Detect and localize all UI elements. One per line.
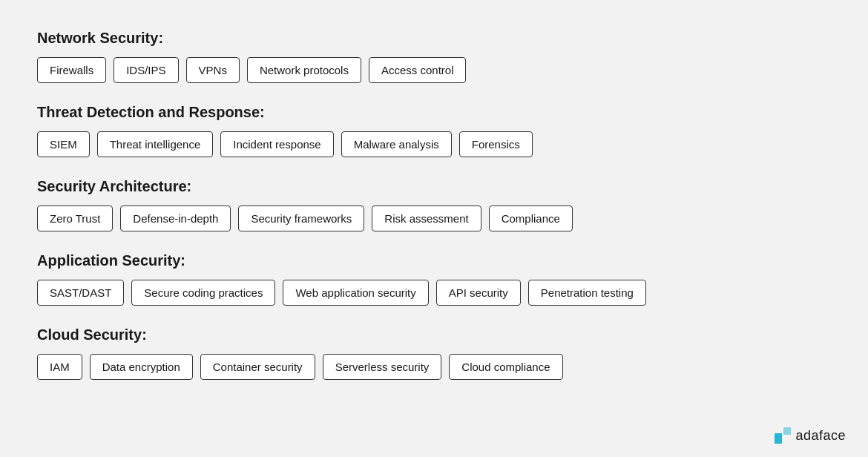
adaface-logo: adaface — [775, 427, 846, 444]
section-application-security: Application Security:SAST/DASTSecure cod… — [37, 252, 831, 306]
tag[interactable]: Web application security — [283, 280, 428, 306]
section-threat-detection: Threat Detection and Response:SIEMThreat… — [37, 104, 831, 157]
tag[interactable]: Serverless security — [323, 354, 442, 380]
tag[interactable]: Zero Trust — [37, 206, 113, 231]
tags-row-cloud-security: IAMData encryptionContainer securityServ… — [37, 354, 831, 380]
section-network-security: Network Security:FirewallsIDS/IPSVPNsNet… — [37, 30, 831, 83]
tags-row-application-security: SAST/DASTSecure coding practicesWeb appl… — [37, 280, 831, 306]
tag[interactable]: Cloud compliance — [449, 354, 562, 380]
tag[interactable]: Network protocols — [247, 57, 361, 83]
adaface-icon — [775, 427, 791, 444]
tag[interactable]: Threat intelligence — [97, 131, 214, 157]
tag[interactable]: Access control — [369, 57, 467, 83]
section-cloud-security: Cloud Security:IAMData encryptionContain… — [37, 326, 831, 380]
tag[interactable]: Penetration testing — [528, 280, 646, 306]
svg-rect-0 — [775, 433, 782, 444]
tag[interactable]: Malware analysis — [341, 131, 452, 157]
tags-row-network-security: FirewallsIDS/IPSVPNsNetwork protocolsAcc… — [37, 57, 831, 83]
tag[interactable]: Firewalls — [37, 57, 106, 83]
section-title-security-architecture: Security Architecture: — [37, 178, 831, 195]
tag[interactable]: IAM — [37, 354, 82, 380]
section-title-network-security: Network Security: — [37, 30, 831, 47]
adaface-text: adaface — [795, 428, 846, 444]
tag[interactable]: Container security — [200, 354, 315, 380]
tags-row-security-architecture: Zero TrustDefense-in-depthSecurity frame… — [37, 206, 831, 231]
tag[interactable]: Risk assessment — [372, 206, 481, 231]
tag[interactable]: SAST/DAST — [37, 280, 124, 306]
tag[interactable]: Compliance — [489, 206, 573, 231]
tag[interactable]: Security frameworks — [238, 206, 364, 231]
tag[interactable]: Defense-in-depth — [120, 206, 231, 231]
section-title-cloud-security: Cloud Security: — [37, 326, 831, 343]
tag[interactable]: Forensics — [459, 131, 533, 157]
section-title-threat-detection: Threat Detection and Response: — [37, 104, 831, 121]
main-container: Network Security:FirewallsIDS/IPSVPNsNet… — [0, 0, 868, 423]
tags-row-threat-detection: SIEMThreat intelligenceIncident response… — [37, 131, 831, 157]
tag[interactable]: SIEM — [37, 131, 90, 157]
tag[interactable]: API security — [436, 280, 521, 306]
section-title-application-security: Application Security: — [37, 252, 831, 269]
section-security-architecture: Security Architecture:Zero TrustDefense-… — [37, 178, 831, 231]
tag[interactable]: Incident response — [220, 131, 333, 157]
tag[interactable]: Secure coding practices — [131, 280, 275, 306]
svg-rect-1 — [783, 427, 791, 435]
tag[interactable]: Data encryption — [90, 354, 193, 380]
tag[interactable]: VPNs — [186, 57, 240, 83]
tag[interactable]: IDS/IPS — [114, 57, 178, 83]
